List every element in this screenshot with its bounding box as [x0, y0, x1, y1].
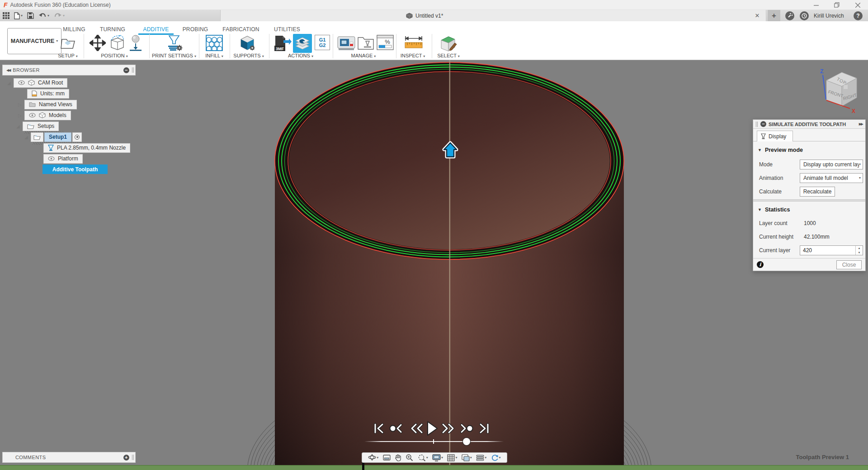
section-statistics[interactable]: ▼Statistics	[758, 207, 790, 213]
browser-minimize-icon[interactable]: −	[123, 67, 129, 73]
section-preview-mode[interactable]: ▼Preview mode	[758, 147, 803, 153]
group-label-supports[interactable]: SUPPORTS ▾	[219, 53, 278, 58]
visibility-eye-icon[interactable]	[18, 80, 25, 85]
panel-expand-icon[interactable]: ▶▶	[859, 122, 863, 126]
ribbon-tab-fabrication[interactable]: FABRICATION	[218, 24, 264, 34]
pan-tool[interactable]	[395, 454, 401, 461]
group-label-position[interactable]: POSITION ▾	[85, 53, 144, 58]
user-name[interactable]: Kirill Urevich	[814, 10, 844, 21]
expand-triangle-icon[interactable]: ◢	[16, 124, 23, 129]
slider-track-line[interactable]	[364, 441, 504, 442]
step-forward-button[interactable]	[441, 420, 455, 437]
measure-tool-icon[interactable]	[404, 35, 423, 50]
export-3mf-icon[interactable]: 3MF	[274, 35, 292, 52]
spin-up-icon[interactable]: ▲	[856, 246, 863, 250]
view-cube[interactable]: TOP FRONT RIGHT Z X	[814, 63, 868, 120]
tree-row-units[interactable]: Units: mm	[27, 89, 69, 99]
tree-row-setups[interactable]: ◢ Setups	[16, 121, 59, 131]
display-settings[interactable]: ▾	[432, 454, 443, 461]
grid-settings[interactable]: ▾	[447, 454, 457, 461]
ribbon-tab-additive[interactable]: ADDITIVE	[135, 24, 177, 34]
tree-row-nozzle[interactable]: PLA 2.85mm, 0.4mm Nozzle	[43, 143, 130, 153]
drop-tool-icon[interactable]	[128, 35, 143, 51]
tree-row-platform[interactable]: Platform	[43, 154, 83, 164]
select-tool-icon[interactable]	[438, 35, 458, 52]
visual-style[interactable]: ▾	[476, 454, 486, 461]
panel-minimize-icon[interactable]: −	[760, 121, 766, 127]
visibility-eye-icon[interactable]	[29, 113, 36, 118]
ribbon-tab-utilities[interactable]: UTILITIES	[269, 24, 305, 34]
simulate-toolpath-icon[interactable]	[293, 34, 312, 53]
viewports-settings[interactable]: ▾	[462, 454, 472, 461]
file-menu-icon[interactable]: ▾	[14, 12, 23, 19]
job-status-icon[interactable]	[785, 11, 794, 20]
expand-triangle-icon[interactable]: ◢	[7, 80, 14, 85]
minimize-icon[interactable]	[806, 0, 826, 10]
viewport-3d-scene[interactable]	[0, 60, 868, 470]
orient-cage-icon[interactable]	[108, 35, 126, 51]
simulate-panel-header[interactable]: − SIMULATE ADDITIVE TOOLPATH ▶▶	[753, 120, 865, 129]
restore-icon[interactable]	[826, 0, 847, 10]
zoom-tool[interactable]	[406, 454, 413, 461]
tree-row-additive-toolpath[interactable]: Additive Toolpath	[42, 164, 108, 174]
comments-grip[interactable]	[132, 455, 134, 460]
statistics-percent-icon[interactable]: %	[377, 35, 394, 50]
look-at-tool[interactable]	[383, 454, 391, 461]
tree-row-models[interactable]: ▷ Models	[18, 110, 71, 120]
comments-panel-header[interactable]: COMMENTS +	[2, 452, 136, 463]
timeline-slider[interactable]	[364, 438, 504, 445]
tab-display[interactable]: Display	[757, 131, 793, 141]
app-grid-icon[interactable]	[3, 12, 9, 19]
play-button[interactable]	[425, 420, 439, 437]
collapsed-triangle-icon[interactable]: ▷	[18, 113, 24, 118]
ribbon-tab-turning[interactable]: TURNING	[94, 24, 131, 34]
ribbon-tab-probing[interactable]: PROBING	[177, 24, 213, 34]
help-icon[interactable]: ?	[854, 11, 863, 20]
info-icon[interactable]: i	[757, 261, 764, 268]
close-button[interactable]: Close	[836, 260, 862, 269]
document-close-icon[interactable]: ✕	[753, 11, 761, 19]
tree-row-setup1[interactable]: ◢ Setup1	[24, 132, 82, 142]
browser-grip[interactable]	[132, 67, 134, 73]
expand-triangle-icon[interactable]: ◢	[24, 135, 31, 140]
group-label-select[interactable]: SELECT ▾	[419, 53, 478, 58]
animation-dropdown[interactable]: Animate full model ▾	[800, 173, 863, 183]
tree-row-cam-root[interactable]: ◢ CAM Root	[7, 78, 67, 88]
setup-tool-icon[interactable]	[60, 35, 76, 50]
print-settings-icon[interactable]	[165, 35, 184, 51]
redo-icon[interactable]: ▾	[54, 13, 65, 19]
move-tool-icon[interactable]	[90, 35, 106, 51]
go-to-start-button[interactable]	[372, 420, 386, 437]
panel-grip[interactable]	[756, 122, 758, 127]
new-tab-button[interactable]: +	[768, 10, 780, 21]
supports-tool-icon[interactable]	[238, 35, 256, 51]
fit-tool[interactable]: ▾	[418, 454, 428, 461]
recalculate-button[interactable]: Recalculate	[800, 187, 835, 197]
undo-icon[interactable]: ▾	[38, 13, 49, 19]
collapse-browser-icon[interactable]: ◀◀	[6, 68, 10, 72]
visibility-eye-icon[interactable]	[48, 156, 55, 161]
mode-dropdown[interactable]: Display upto current lay... ▾	[800, 160, 863, 169]
active-setup-radio-icon[interactable]	[72, 132, 82, 142]
go-to-end-button[interactable]	[477, 420, 491, 437]
add-comment-icon[interactable]: +	[123, 455, 129, 461]
workspace-selector[interactable]: MANUFACTURE▾	[7, 28, 61, 54]
tool-library-icon[interactable]	[357, 35, 374, 50]
ribbon-tab-milling[interactable]: MILLING	[56, 24, 92, 34]
slider-handle[interactable]	[463, 438, 470, 445]
document-tab[interactable]: Untitled v1* ✕	[220, 10, 766, 21]
orbit-tool[interactable]: ▾	[368, 454, 378, 461]
browser-panel-header[interactable]: ◀◀ BROWSER −	[2, 65, 136, 75]
save-icon[interactable]	[27, 12, 34, 19]
tree-row-named-views[interactable]: ▷ Named Views	[18, 99, 77, 109]
previous-operation-button[interactable]	[388, 420, 403, 437]
notifications-clock-icon[interactable]	[800, 11, 809, 20]
group-label-actions[interactable]: ACTIONS ▾	[271, 53, 330, 58]
close-icon[interactable]	[847, 0, 868, 10]
refresh-view[interactable]: ▾	[491, 454, 501, 461]
current-layer-input[interactable]	[800, 246, 854, 255]
machine-library-icon[interactable]	[337, 35, 356, 51]
spin-down-icon[interactable]: ▼	[856, 250, 863, 255]
infill-tool-icon[interactable]	[206, 35, 223, 51]
selected-setup-label[interactable]: Setup1	[44, 132, 71, 142]
